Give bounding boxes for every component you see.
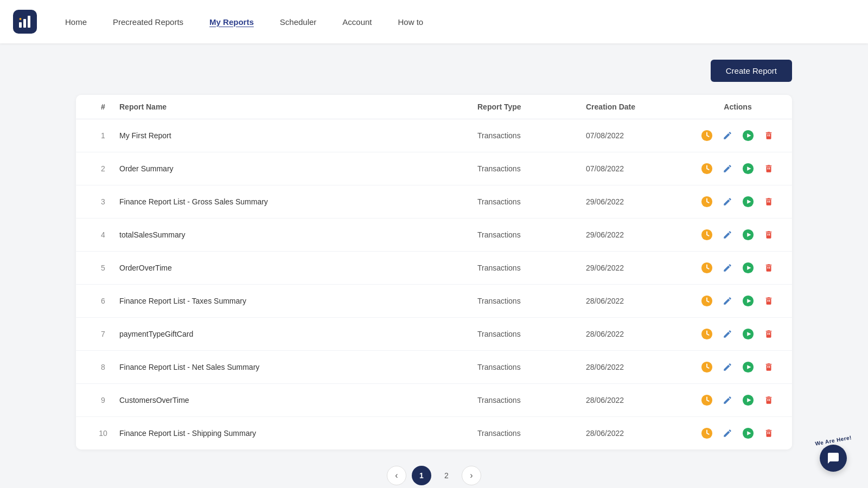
nav-account[interactable]: Account bbox=[331, 13, 382, 31]
cell-type: Transactions bbox=[477, 264, 586, 272]
nav-home[interactable]: Home bbox=[54, 13, 98, 31]
table-row: 2 Order Summary Transactions 07/08/2022 bbox=[76, 152, 792, 185]
chat-button[interactable] bbox=[820, 445, 847, 472]
table-row: 10 Finance Report List - Shipping Summar… bbox=[76, 417, 792, 450]
create-report-button[interactable]: Create Report bbox=[711, 60, 792, 82]
table-body: 1 My First Report Transactions 07/08/202… bbox=[76, 119, 792, 450]
run-icon[interactable] bbox=[741, 260, 756, 275]
cell-name: paymentTypeGiftCard bbox=[119, 330, 477, 338]
delete-icon[interactable] bbox=[761, 194, 776, 209]
cell-date: 28/06/2022 bbox=[586, 297, 694, 305]
edit-icon[interactable] bbox=[720, 260, 735, 275]
delete-icon[interactable] bbox=[761, 326, 776, 342]
pagination-page-2[interactable]: 2 bbox=[437, 466, 456, 485]
svg-rect-1 bbox=[23, 19, 26, 28]
schedule-icon[interactable] bbox=[699, 359, 714, 375]
report-table: # Report Name Report Type Creation Date … bbox=[76, 95, 792, 450]
edit-icon[interactable] bbox=[720, 326, 735, 342]
run-icon[interactable] bbox=[741, 359, 756, 375]
delete-icon[interactable] bbox=[761, 393, 776, 408]
svg-point-3 bbox=[20, 18, 22, 20]
pagination-page-1[interactable]: 1 bbox=[412, 466, 431, 485]
delete-icon[interactable] bbox=[761, 260, 776, 275]
schedule-icon[interactable] bbox=[699, 260, 714, 275]
col-header-actions: Actions bbox=[694, 102, 781, 111]
schedule-icon[interactable] bbox=[699, 161, 714, 176]
cell-num: 10 bbox=[87, 429, 119, 438]
schedule-icon[interactable] bbox=[699, 393, 714, 408]
cell-name: My First Report bbox=[119, 131, 477, 140]
cell-actions bbox=[694, 260, 781, 275]
delete-icon[interactable] bbox=[761, 161, 776, 176]
cell-num: 2 bbox=[87, 164, 119, 173]
cell-date: 28/06/2022 bbox=[586, 396, 694, 404]
cell-actions bbox=[694, 326, 781, 342]
cell-type: Transactions bbox=[477, 429, 586, 438]
nav-how-to[interactable]: How to bbox=[387, 13, 435, 31]
run-icon[interactable] bbox=[741, 426, 756, 441]
cell-type: Transactions bbox=[477, 197, 586, 206]
edit-icon[interactable] bbox=[720, 293, 735, 309]
schedule-icon[interactable] bbox=[699, 227, 714, 242]
delete-icon[interactable] bbox=[761, 227, 776, 242]
nav-scheduler[interactable]: Scheduler bbox=[269, 13, 328, 31]
cell-actions bbox=[694, 426, 781, 441]
pagination-prev[interactable]: ‹ bbox=[387, 466, 406, 485]
cell-num: 5 bbox=[87, 264, 119, 272]
col-header-num: # bbox=[87, 102, 119, 111]
edit-icon[interactable] bbox=[720, 426, 735, 441]
schedule-icon[interactable] bbox=[699, 128, 714, 143]
cell-name: CustomersOverTime bbox=[119, 396, 477, 404]
cell-name: Finance Report List - Shipping Summary bbox=[119, 429, 477, 438]
schedule-icon[interactable] bbox=[699, 426, 714, 441]
run-icon[interactable] bbox=[741, 393, 756, 408]
schedule-icon[interactable] bbox=[699, 293, 714, 309]
run-icon[interactable] bbox=[741, 227, 756, 242]
top-bar: Create Report bbox=[76, 60, 792, 82]
run-icon[interactable] bbox=[741, 293, 756, 309]
cell-date: 28/06/2022 bbox=[586, 330, 694, 338]
table-row: 3 Finance Report List - Gross Sales Summ… bbox=[76, 185, 792, 219]
edit-icon[interactable] bbox=[720, 194, 735, 209]
cell-actions bbox=[694, 227, 781, 242]
cell-num: 4 bbox=[87, 230, 119, 239]
run-icon[interactable] bbox=[741, 194, 756, 209]
table-row: 9 CustomersOverTime Transactions 28/06/2… bbox=[76, 384, 792, 417]
cell-name: Order Summary bbox=[119, 164, 477, 173]
cell-actions bbox=[694, 194, 781, 209]
edit-icon[interactable] bbox=[720, 393, 735, 408]
delete-icon[interactable] bbox=[761, 426, 776, 441]
table-row: 4 totalSalesSummary Transactions 29/06/2… bbox=[76, 219, 792, 252]
cell-date: 28/06/2022 bbox=[586, 429, 694, 438]
schedule-icon[interactable] bbox=[699, 326, 714, 342]
main-content: Create Report # Report Name Report Type … bbox=[0, 43, 868, 488]
cell-actions bbox=[694, 161, 781, 176]
cell-type: Transactions bbox=[477, 396, 586, 404]
nav-precreated-reports[interactable]: Precreated Reports bbox=[102, 13, 194, 31]
cell-num: 9 bbox=[87, 396, 119, 404]
delete-icon[interactable] bbox=[761, 128, 776, 143]
schedule-icon[interactable] bbox=[699, 194, 714, 209]
edit-icon[interactable] bbox=[720, 227, 735, 242]
cell-type: Transactions bbox=[477, 230, 586, 239]
run-icon[interactable] bbox=[741, 128, 756, 143]
cell-actions bbox=[694, 293, 781, 309]
edit-icon[interactable] bbox=[720, 161, 735, 176]
edit-icon[interactable] bbox=[720, 359, 735, 375]
nav-my-reports[interactable]: My Reports bbox=[199, 13, 265, 31]
run-icon[interactable] bbox=[741, 326, 756, 342]
col-header-type: Report Type bbox=[477, 102, 586, 111]
delete-icon[interactable] bbox=[761, 293, 776, 309]
cell-actions bbox=[694, 359, 781, 375]
cell-date: 29/06/2022 bbox=[586, 197, 694, 206]
pagination-next[interactable]: › bbox=[462, 466, 481, 485]
cell-num: 7 bbox=[87, 330, 119, 338]
delete-icon[interactable] bbox=[761, 359, 776, 375]
edit-icon[interactable] bbox=[720, 128, 735, 143]
logo[interactable] bbox=[13, 10, 37, 34]
run-icon[interactable] bbox=[741, 161, 756, 176]
cell-type: Transactions bbox=[477, 297, 586, 305]
pagination: ‹ 1 2 › bbox=[76, 466, 792, 485]
table-row: 5 OrderOverTime Transactions 29/06/2022 bbox=[76, 252, 792, 285]
cell-date: 28/06/2022 bbox=[586, 363, 694, 371]
